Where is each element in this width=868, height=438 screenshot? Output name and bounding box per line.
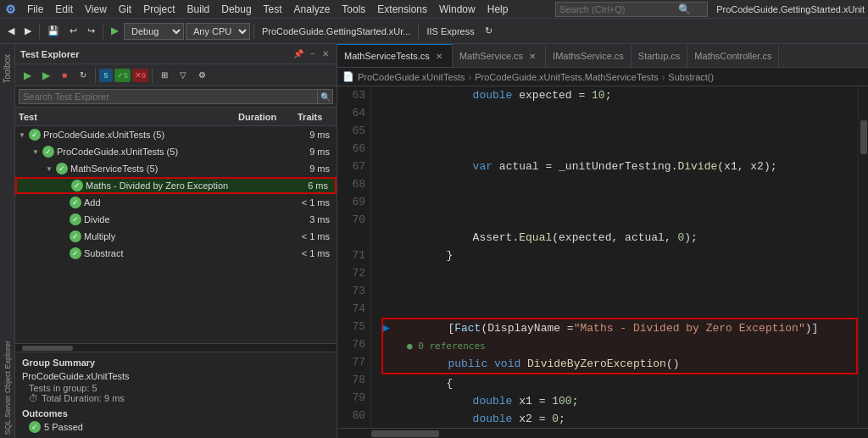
test-toolbar-sep2 xyxy=(152,68,153,83)
tab-close-mathservice[interactable]: ✕ xyxy=(526,50,538,62)
start-btn[interactable]: ▶ xyxy=(107,22,122,41)
code-area: MathServiceTests.cs ✕ MathService.cs ✕ I… xyxy=(337,44,868,438)
tab-close-mathservicetests[interactable]: ✕ xyxy=(433,50,445,62)
platform-dropdown[interactable]: Any CPU xyxy=(186,23,250,40)
menu-build[interactable]: Build xyxy=(182,2,215,17)
h-scroll-thumb[interactable] xyxy=(371,430,439,437)
code-body[interactable]: double expected = 10; var actual = _unit… xyxy=(371,86,858,428)
back-btn[interactable]: ◀ xyxy=(3,22,19,41)
window-title: ProCodeGuide.GettingStarted.xUnit xyxy=(716,4,865,14)
dur-multiply: < 1 ms xyxy=(274,231,333,241)
outcome-passed: ✓ 5 Passed xyxy=(29,421,330,433)
dur-add: < 1 ms xyxy=(274,197,333,208)
expand-icon-root2[interactable]: ▼ xyxy=(29,143,42,160)
expand-icon-root1[interactable]: ▼ xyxy=(15,126,29,143)
toolbox-label: Toolbox xyxy=(3,54,12,83)
tab-label-mathscontroller: MathsController.cs xyxy=(694,51,771,61)
tab-imathservice[interactable]: IMathsService.cs xyxy=(546,45,632,67)
test-search-icon[interactable]: 🔍 xyxy=(318,89,333,104)
test-search-input[interactable] xyxy=(19,89,318,104)
tree-item-multiply[interactable]: ✓ Multiply < 1 ms xyxy=(15,228,337,245)
panel-controls: 📌 − ✕ xyxy=(291,48,331,59)
tree-item-divide[interactable]: ✓ Divide 3 ms xyxy=(15,211,337,228)
menu-window[interactable]: Window xyxy=(434,2,481,17)
tab-mathservice[interactable]: MathService.cs ✕ xyxy=(453,45,546,67)
col-duration: Duration xyxy=(235,112,294,122)
global-search-box[interactable]: 🔍 xyxy=(555,2,708,17)
dur-root1: 9 ms xyxy=(274,130,333,140)
editor-h-scrollbar[interactable] xyxy=(337,428,868,438)
toolbar-sep-2 xyxy=(103,24,103,39)
tree-item-add[interactable]: ✓ Add < 1 ms xyxy=(15,194,337,211)
tab-label-mathservice: MathService.cs xyxy=(459,51,523,61)
code-line-72: { xyxy=(381,374,858,392)
filter-btn[interactable]: ▽ xyxy=(175,68,192,83)
undo-btn[interactable]: ↩ xyxy=(65,22,81,41)
panel-pin-btn[interactable]: 📌 xyxy=(291,48,306,59)
tree-item-root1[interactable]: ▼ ✓ ProCodeGuide.xUnitTests (5) 9 ms xyxy=(15,126,337,143)
stop-btn[interactable]: ■ xyxy=(56,68,73,83)
menu-project[interactable]: Project xyxy=(138,2,180,17)
panel-header: Test Explorer 📌 − ✕ xyxy=(15,44,337,64)
pass-icon-divide: ✓ xyxy=(70,213,81,225)
run-all-btn[interactable]: ▶ xyxy=(19,68,36,83)
panel-minus-btn[interactable]: − xyxy=(308,48,318,59)
breadcrumb-part1[interactable]: ProCodeGuide.xUnitTests xyxy=(358,72,465,82)
forward-btn[interactable]: ▶ xyxy=(20,22,36,41)
menu-edit[interactable]: Edit xyxy=(50,2,78,17)
outcomes-title: Outcomes xyxy=(22,408,330,419)
pass-icon-mathservice: ✓ xyxy=(56,163,68,175)
refresh-tests-btn[interactable]: ↻ xyxy=(75,68,92,83)
refresh-btn[interactable]: ↻ xyxy=(481,22,497,41)
run-selected-btn[interactable]: ▶ xyxy=(37,68,54,83)
group-summary: Group Summary ProCodeGuide.xUnitTests Te… xyxy=(15,352,337,438)
redo-btn[interactable]: ↪ xyxy=(83,22,99,41)
editor-v-scrollbar[interactable] xyxy=(858,86,868,428)
menu-help[interactable]: Help xyxy=(482,2,514,17)
code-highlight-box: ▶ [Fact(DisplayName ="Maths - Divided by… xyxy=(381,318,858,374)
menu-debug[interactable]: Debug xyxy=(216,2,256,17)
pass-icon-divide-zero: ✓ xyxy=(71,180,83,191)
test-list-header: Test Duration Traits xyxy=(15,108,337,126)
global-search-input[interactable] xyxy=(559,4,678,14)
menu-extensions[interactable]: Extensions xyxy=(372,2,432,17)
code-line-67: Assert.Equal(expected, actual, 0); xyxy=(381,229,858,247)
breadcrumb-part3[interactable]: Substract() xyxy=(668,72,714,82)
tree-item-substract[interactable]: ✓ Substract < 1 ms xyxy=(15,245,337,262)
settings-btn[interactable]: ⚙ xyxy=(193,68,210,83)
code-line-68: } xyxy=(381,247,858,264)
code-line-63: double expected = 10; xyxy=(381,86,858,104)
expand-icon-divide-zero[interactable]: ▷ xyxy=(58,177,71,194)
label-substract: Substract xyxy=(81,248,274,258)
group-btn[interactable]: ⊞ xyxy=(156,68,173,83)
dur-divide: 3 ms xyxy=(274,214,333,225)
tree-item-root2[interactable]: ▼ ✓ ProCodeGuide.xUnitTests (5) 9 ms xyxy=(15,143,337,160)
tab-mathscontroller[interactable]: MathsController.cs xyxy=(687,45,779,67)
breadcrumb-bar: 📄 ProCodeGuide.xUnitTests › ProCodeGuide… xyxy=(337,68,868,86)
tree-item-mathservice[interactable]: ▼ ✓ MathServiceTests (5) 9 ms xyxy=(15,160,337,177)
tab-mathservicetests[interactable]: MathServiceTests.cs ✕ xyxy=(337,44,453,67)
test-tree: ▼ ✓ ProCodeGuide.xUnitTests (5) 9 ms ▼ ✓… xyxy=(15,126,337,343)
outcome-pass-icon: ✓ xyxy=(29,421,41,433)
search-icon: 🔍 xyxy=(678,3,691,15)
breadcrumb-part2[interactable]: ProCodeGuide.xUnitTests.MathServiceTests xyxy=(475,72,658,82)
line-numbers: 63 64 65 66 67 68 69 70 71 72 73 74 75 7… xyxy=(337,86,371,428)
dur-divide-zero: 6 ms xyxy=(272,180,331,191)
menu-tools[interactable]: Tools xyxy=(337,2,370,17)
save-btn[interactable]: 💾 xyxy=(43,22,64,41)
menu-file[interactable]: File xyxy=(22,2,48,17)
menu-analyze[interactable]: Analyze xyxy=(289,2,336,17)
menu-view[interactable]: View xyxy=(80,2,112,17)
pass-badge: ✓ 5 xyxy=(114,69,131,82)
config-dropdown[interactable]: Debug Release xyxy=(124,23,184,40)
label-root2: ProCodeGuide.xUnitTests (5) xyxy=(54,147,274,157)
breadcrumb-sep2: › xyxy=(662,72,665,82)
menu-git[interactable]: Git xyxy=(114,2,136,17)
panel-close-btn[interactable]: ✕ xyxy=(320,48,331,59)
expand-icon-mathservice[interactable]: ▼ xyxy=(42,160,56,177)
test-tree-h-scrollbar[interactable] xyxy=(15,343,337,352)
tree-item-divide-zero[interactable]: ▷ ✓ Maths - Divided by Zero Exception 6 … xyxy=(15,177,337,194)
tab-startup[interactable]: Startup.cs xyxy=(632,45,688,67)
main-layout: Toolbox SQL Server Object Explorer Test … xyxy=(0,44,868,438)
menu-test[interactable]: Test xyxy=(259,2,287,17)
